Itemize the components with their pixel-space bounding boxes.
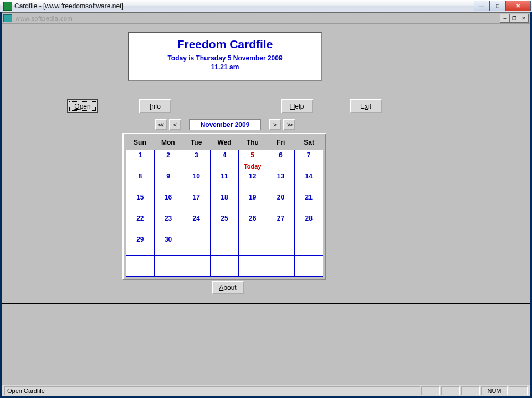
calendar-cell-empty	[239, 256, 267, 276]
calendar-day-number: 5	[239, 151, 267, 159]
calendar-day-number: 19	[239, 193, 267, 201]
calendar-day-header: Thu	[238, 136, 267, 150]
calendar-cell[interactable]: 8	[126, 171, 154, 192]
mdi-bar: www.softpedia.com – ❐ ✕	[2, 13, 530, 24]
calendar-cell-empty	[295, 234, 323, 255]
today-time-line: 11.21 am	[129, 63, 321, 71]
status-num: NUM	[481, 386, 508, 395]
mdi-minimize-button[interactable]: –	[500, 14, 510, 23]
calendar-cell[interactable]: 4	[211, 150, 238, 171]
calendar-cell[interactable]: 26	[239, 213, 267, 234]
calendar-cell[interactable]: 23	[155, 213, 182, 234]
calendar-day-header: Mon	[154, 136, 182, 150]
calendar-day-number: 27	[267, 215, 295, 222]
calendar-day-number: 18	[211, 193, 238, 201]
about-button[interactable]: About	[212, 281, 244, 294]
calendar-day-number: 9	[155, 172, 182, 180]
close-button[interactable]: ✕	[506, 1, 531, 11]
calendar-cell[interactable]: 27	[267, 213, 295, 234]
calendar-cell[interactable]: 10	[182, 171, 210, 192]
about-button-label-rest: bout	[223, 284, 236, 292]
calendar-cell-empty	[155, 256, 182, 276]
calendar-cell-empty	[211, 234, 238, 255]
calendar-cell[interactable]: 25	[211, 213, 238, 234]
calendar-header-row: SunMonTueWedThuFriSat	[126, 136, 323, 150]
info-button[interactable]: Info	[139, 99, 171, 113]
status-message: Open Cardfile	[4, 386, 420, 395]
window-title: Cardfile - [www.freedomsoftware.net]	[14, 2, 474, 10]
calendar-day-header: Sun	[126, 136, 154, 150]
calendar-cell[interactable]: 7	[295, 150, 323, 171]
calendar-cell[interactable]: 28	[295, 213, 323, 234]
open-button[interactable]: Open	[67, 99, 98, 113]
calendar-cell[interactable]: 3	[182, 150, 210, 171]
calendar-cell[interactable]: 19	[239, 192, 267, 213]
calendar-cell[interactable]: 22	[126, 213, 154, 234]
mdi-close-button[interactable]: ✕	[519, 14, 529, 23]
calendar-day-number: 25	[211, 215, 238, 222]
minimize-button[interactable]: —	[474, 1, 490, 11]
calendar-day-number: 8	[126, 172, 154, 180]
calendar-cell[interactable]: 29	[126, 234, 154, 255]
calendar-cell[interactable]: 21	[295, 192, 323, 213]
calendar-grid: 12345Today678910111213141516171819202122…	[126, 150, 323, 277]
calendar-cell[interactable]: 17	[182, 192, 210, 213]
mdi-restore-button[interactable]: ❐	[509, 14, 519, 23]
exit-button-label-rest: it	[368, 103, 371, 110]
calendar-cell[interactable]: 14	[295, 171, 323, 192]
help-button[interactable]: Help	[281, 99, 313, 113]
status-cell-2	[441, 386, 460, 395]
calendar-day-number: 3	[182, 151, 210, 159]
calendar-day-number: 30	[155, 236, 182, 243]
app-window: Cardfile - [www.freedomsoftware.net] — □…	[0, 0, 532, 398]
calendar-cell[interactable]: 12	[239, 171, 267, 192]
status-cell-3	[461, 386, 480, 395]
calendar-day-header: Wed	[211, 136, 239, 150]
document-icon[interactable]	[3, 14, 12, 22]
month-nav: << < November 2009 > >>	[155, 119, 295, 130]
statusbar: Open Cardfile NUM	[2, 385, 530, 396]
calendar-cell[interactable]: 18	[211, 192, 238, 213]
calendar-cell[interactable]: 9	[155, 171, 182, 192]
nav-prev-button[interactable]: <	[169, 119, 181, 130]
calendar-cell-empty	[211, 256, 238, 276]
calendar-cell[interactable]: 1	[126, 150, 154, 171]
mdi-client-area: www.softpedia.com – ❐ ✕ Freedom Cardfile…	[2, 12, 530, 396]
calendar-day-header: Fri	[267, 136, 295, 150]
nav-last-button[interactable]: >>	[283, 119, 295, 130]
calendar-cell[interactable]: 13	[267, 171, 295, 192]
calendar-cell[interactable]: 20	[267, 192, 295, 213]
calendar-cell-empty	[182, 256, 210, 276]
calendar-cell[interactable]: 5Today	[239, 150, 267, 171]
nav-next-button[interactable]: >	[269, 119, 281, 130]
calendar-day-number: 29	[126, 236, 154, 243]
calendar-cell[interactable]: 16	[155, 192, 182, 213]
calendar-cell[interactable]: 6	[267, 150, 295, 171]
calendar-day-number: 21	[295, 193, 323, 201]
calendar-cell[interactable]: 15	[126, 192, 154, 213]
month-label: November 2009	[189, 119, 261, 130]
calendar-day-number: 2	[155, 151, 182, 159]
calendar-day-number: 22	[126, 215, 154, 222]
calendar-cell-empty	[267, 234, 295, 255]
maximize-button[interactable]: □	[490, 1, 506, 11]
calendar-day-number: 17	[182, 193, 210, 201]
calendar-day-header: Tue	[182, 136, 211, 150]
calendar-day-number: 20	[267, 193, 295, 201]
calendar-today-label: Today	[239, 163, 267, 170]
titlebar: Cardfile - [www.freedomsoftware.net] — □…	[0, 0, 532, 12]
status-cell-5	[509, 386, 528, 395]
calendar-cell[interactable]: 24	[182, 213, 210, 234]
today-date-line: Today is Thursday 5 November 2009	[129, 54, 321, 62]
calendar-day-number: 6	[267, 151, 295, 159]
calendar-cell-empty	[126, 256, 154, 276]
calendar-cell[interactable]: 2	[155, 150, 182, 171]
calendar-day-number: 12	[239, 172, 267, 180]
app-icon	[3, 2, 12, 11]
calendar-cell[interactable]: 11	[211, 171, 238, 192]
nav-first-button[interactable]: <<	[155, 119, 167, 130]
calendar-cell-empty	[295, 256, 323, 276]
calendar-day-number: 26	[239, 215, 267, 222]
calendar-cell[interactable]: 30	[155, 234, 182, 255]
exit-button[interactable]: Exit	[350, 99, 382, 113]
